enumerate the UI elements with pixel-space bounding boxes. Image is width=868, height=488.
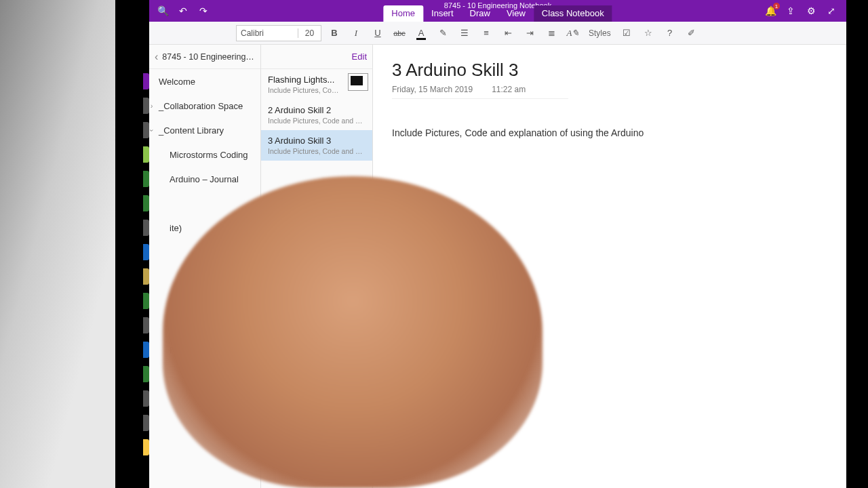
tab-insert[interactable]: Insert [423,5,462,22]
edit-button[interactable]: Edit [352,52,367,62]
ink-button[interactable]: ✐ [683,24,701,42]
page-item-subtitle: Include Pictures, Code and ex... [268,117,366,125]
tab-draw[interactable]: Draw [462,5,498,22]
body: ‹ 8745 - 10 Engineering Notebook Welcome… [149,45,846,488]
page-item[interactable]: Flashing Lights...Include Pictures, Cod.… [261,69,372,100]
section-item[interactable] [149,191,260,216]
italic-button[interactable]: I [347,24,365,42]
settings-gear-icon[interactable]: ⚙ [806,5,816,16]
section-color-tab [143,415,149,431]
share-icon[interactable]: ⇪ [785,5,796,16]
page-date: Friday, 15 March 2019 [392,85,473,94]
page-item-title: 2 Arduino Skill 2 [268,105,366,115]
page-meta: Friday, 15 March 2019 11:22 am [392,85,568,99]
strikethrough-button[interactable]: abc [391,24,408,42]
back-chevron-icon[interactable]: ‹ [155,51,158,63]
section-color-tab [143,220,149,236]
page-thumbnail [348,73,368,91]
section-color-tab [143,171,149,187]
section-label: St [170,321,178,331]
section-item[interactable]: Welcome [149,69,260,94]
section-color-tab [143,390,149,407]
section-label: Arduino – Journal [170,174,239,184]
section-item[interactable] [149,264,260,289]
section-item[interactable]: M [149,289,260,313]
tab-class-notebook[interactable]: Class Notebook [534,5,612,22]
section-label: _Collaboration Space [159,101,243,111]
section-item[interactable] [149,386,260,411]
section-item[interactable] [149,411,260,435]
highlight-button[interactable]: ✎ [434,24,452,42]
search-icon[interactable]: 🔍 [157,5,168,16]
font-color-button[interactable]: A [412,24,430,42]
ribbon-tabs: Home Insert Draw View Class Notebook [383,5,612,22]
section-color-tab [143,244,149,260]
section-color-tab [143,98,149,114]
ribbon-home: Calibri 20 B I U abc A ✎ ☰ ≡ ⇤ ⇥ ≣ A✎ St… [149,22,846,45]
section-item[interactable] [149,362,260,386]
font-picker[interactable]: Calibri 20 [236,25,321,41]
page-item-subtitle: Include Pictures, Code and ex... [268,147,366,155]
favorite-tag-button[interactable]: ☆ [639,24,657,42]
bullets-button[interactable]: ☰ [456,24,473,42]
section-color-tab [143,293,149,309]
help-button[interactable]: ? [661,24,679,42]
section-color-tab [143,366,149,382]
tab-home[interactable]: Home [383,5,423,22]
page-item[interactable]: 2 Arduino Skill 2Include Pictures, Code … [261,100,372,130]
tab-view[interactable]: View [498,5,534,22]
section-color-tab [143,146,149,163]
notebook-header: ‹ 8745 - 10 Engineering Notebook [149,45,260,69]
section-label: _Content Library [159,125,224,136]
section-color-tab [143,342,149,358]
redo-icon[interactable]: ↷ [198,5,209,16]
section-item[interactable]: R [149,338,260,362]
section-color-tab [143,73,149,89]
undo-icon[interactable]: ↶ [178,5,189,16]
font-name-select[interactable]: Calibri [237,28,298,38]
fullscreen-icon[interactable]: ⤢ [826,5,837,16]
section-color-tab [143,122,149,138]
section-label: R [170,345,176,355]
section-item[interactable]: ›_Content Library [149,118,260,142]
onenote-app: 🔍 ↶ ↷ 8745 - 10 Engineering Notebook Hom… [149,0,846,488]
font-size-select[interactable]: 20 [298,28,321,38]
numbering-button[interactable]: ≡ [477,24,495,42]
section-item[interactable]: ›_Collaboration Space [149,94,260,118]
section-item[interactable] [149,240,260,264]
page-canvas[interactable]: 3 Arduino Skill 3 Friday, 15 March 2019 … [373,45,846,488]
section-color-tab [143,439,149,455]
section-color-tab [143,268,149,285]
section-item[interactable] [149,435,260,460]
section-item[interactable]: Arduino – Journal [149,167,260,191]
page-title[interactable]: 3 Arduino Skill 3 [392,60,827,81]
section-label: ite) [170,223,182,233]
section-item[interactable]: Microstorms Coding [149,142,260,167]
styles-button[interactable]: A✎ [564,24,582,42]
indent-button[interactable]: ⇥ [521,24,538,42]
titlebar: 🔍 ↶ ↷ 8745 - 10 Engineering Notebook Hom… [149,0,846,22]
section-label: Microstorms Coding [170,150,248,160]
sections-pane: ‹ 8745 - 10 Engineering Notebook Welcome… [149,45,261,488]
chevron-icon[interactable]: › [151,102,153,110]
page-item-title: 3 Arduino Skill 3 [268,136,366,146]
page-time: 11:22 am [492,85,526,94]
underline-button[interactable]: U [369,24,387,42]
page-item[interactable]: 3 Arduino Skill 3Include Pictures, Code … [261,130,372,161]
todo-tag-button[interactable]: ☑ [618,24,635,42]
notebook-title[interactable]: 8745 - 10 Engineering Notebook [162,52,255,62]
section-color-tab [143,317,149,333]
bold-button[interactable]: B [326,24,343,42]
pages-pane: Edit Flashing Lights...Include Pictures,… [261,45,373,488]
align-button[interactable]: ≣ [542,24,560,42]
section-item[interactable]: St [149,313,260,338]
section-label: Welcome [159,77,195,87]
section-color-tab [143,195,149,211]
pages-header: Edit [261,45,372,69]
section-label: M [170,296,177,306]
section-item[interactable]: ite) [149,216,260,240]
outdent-button[interactable]: ⇤ [499,24,517,42]
notifications-icon[interactable]: 🔔 [765,5,776,16]
styles-label: Styles [589,28,611,38]
page-body-text[interactable]: Include Pictures, Code and explanation o… [392,127,827,138]
